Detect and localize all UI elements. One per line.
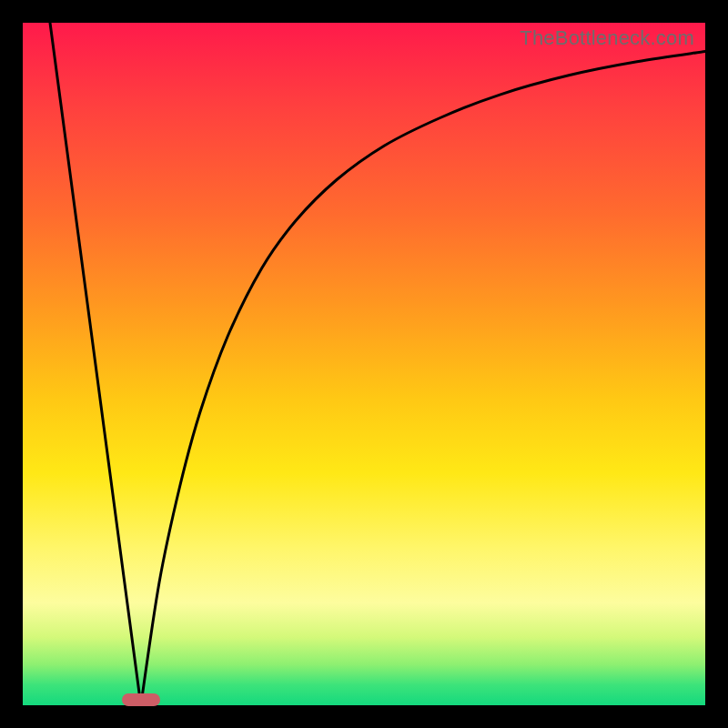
curve-left-branch [50, 23, 141, 705]
optimal-point-marker [122, 693, 160, 706]
bottleneck-curve [23, 23, 705, 705]
chart-plot-area: TheBottleneck.com [23, 23, 705, 705]
curve-right-branch [141, 52, 705, 706]
chart-frame: TheBottleneck.com [0, 0, 728, 728]
